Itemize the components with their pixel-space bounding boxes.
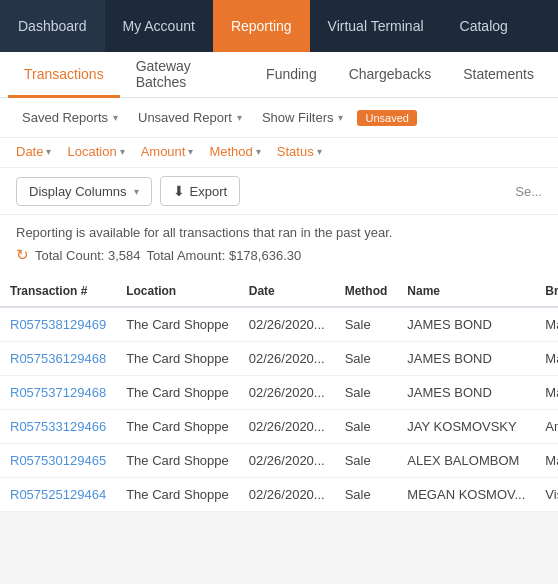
total-count: Total Count: 3,584 (35, 248, 141, 263)
top-nav-item-my-account[interactable]: My Account (105, 0, 213, 52)
date-filter-caret: ▾ (46, 146, 51, 157)
filters-row: Saved Reports ▾ Unsaved Report ▾ Show Fi… (0, 98, 558, 138)
table-row: R057533129466The Card Shoppe02/26/2020..… (0, 410, 558, 444)
top-nav-item-virtual-terminal[interactable]: Virtual Terminal (310, 0, 442, 52)
date-filter-label: Date (16, 144, 43, 159)
brand: Maste (535, 444, 558, 478)
method: Sale (335, 376, 398, 410)
col-location: Location (116, 276, 239, 307)
brand: Maste (535, 307, 558, 342)
table-row: R057536129468The Card Shoppe02/26/2020..… (0, 342, 558, 376)
location: The Card Shoppe (116, 342, 239, 376)
top-nav: DashboardMy AccountReportingVirtual Term… (0, 0, 558, 52)
sub-tabs: TransactionsGateway BatchesFundingCharge… (0, 52, 558, 98)
method-filter-button[interactable]: Method ▾ (209, 144, 260, 159)
saved-reports-caret: ▾ (113, 112, 118, 123)
name: JAMES BOND (397, 307, 535, 342)
info-row: Reporting is available for all transacti… (0, 215, 558, 276)
brand: Ameri (535, 410, 558, 444)
show-filters-label: Show Filters (262, 110, 334, 125)
action-row: Display Columns ▾ ⬇ Export Se... (0, 168, 558, 215)
transaction-id[interactable]: R057525129464 (0, 478, 116, 512)
top-nav-item-catalog[interactable]: Catalog (442, 0, 526, 52)
method: Sale (335, 307, 398, 342)
unsaved-report-button[interactable]: Unsaved Report ▾ (132, 106, 248, 129)
table-row: R057537129468The Card Shoppe02/26/2020..… (0, 376, 558, 410)
method-filter-caret: ▾ (256, 146, 261, 157)
transaction-id[interactable]: R057537129468 (0, 376, 116, 410)
col-brand: Brand (535, 276, 558, 307)
brand: Maste (535, 376, 558, 410)
method: Sale (335, 478, 398, 512)
transaction-table: Transaction # Location Date Method Name … (0, 276, 558, 512)
count-row: ↻ Total Count: 3,584 Total Amount: $178,… (16, 246, 542, 264)
table-header: Transaction # Location Date Method Name … (0, 276, 558, 307)
name: MEGAN KOSMOV... (397, 478, 535, 512)
export-label: Export (190, 184, 228, 199)
col-date: Date (239, 276, 335, 307)
date-filter-button[interactable]: Date ▾ (16, 144, 51, 159)
date: 02/26/2020... (239, 342, 335, 376)
date: 02/26/2020... (239, 307, 335, 342)
display-columns-button[interactable]: Display Columns ▾ (16, 177, 152, 206)
transaction-id[interactable]: R057538129469 (0, 307, 116, 342)
amount-filter-button[interactable]: Amount ▾ (141, 144, 194, 159)
date: 02/26/2020... (239, 478, 335, 512)
col-filters-row: Date ▾ Location ▾ Amount ▾ Method ▾ Stat… (0, 138, 558, 168)
date: 02/26/2020... (239, 376, 335, 410)
location: The Card Shoppe (116, 307, 239, 342)
saved-reports-button[interactable]: Saved Reports ▾ (16, 106, 124, 129)
date: 02/26/2020... (239, 410, 335, 444)
amount-filter-label: Amount (141, 144, 186, 159)
date: 02/26/2020... (239, 444, 335, 478)
show-filters-caret: ▾ (338, 112, 343, 123)
show-filters-button[interactable]: Show Filters ▾ (256, 106, 350, 129)
location: The Card Shoppe (116, 376, 239, 410)
location: The Card Shoppe (116, 444, 239, 478)
col-transaction: Transaction # (0, 276, 116, 307)
amount-filter-caret: ▾ (188, 146, 193, 157)
transaction-table-wrapper: Transaction # Location Date Method Name … (0, 276, 558, 512)
status-filter-caret: ▾ (317, 146, 322, 157)
table-row: R057525129464The Card Shoppe02/26/2020..… (0, 478, 558, 512)
sub-tab-statements[interactable]: Statements (447, 52, 550, 98)
sub-tab-funding[interactable]: Funding (250, 52, 333, 98)
name: JAMES BOND (397, 342, 535, 376)
sub-tab-chargebacks[interactable]: Chargebacks (333, 52, 448, 98)
table-row: R057530129465The Card Shoppe02/26/2020..… (0, 444, 558, 478)
display-columns-caret: ▾ (134, 186, 139, 197)
name: ALEX BALOMBOM (397, 444, 535, 478)
method-filter-label: Method (209, 144, 252, 159)
name: JAY KOSMOVSKY (397, 410, 535, 444)
export-icon: ⬇ (173, 183, 185, 199)
brand: Maste (535, 342, 558, 376)
location-filter-label: Location (67, 144, 116, 159)
display-columns-label: Display Columns (29, 184, 127, 199)
method: Sale (335, 444, 398, 478)
sub-tab-gateway-batches[interactable]: Gateway Batches (120, 52, 250, 98)
brand: Visa (535, 478, 558, 512)
top-nav-item-dashboard[interactable]: Dashboard (0, 0, 105, 52)
unsaved-report-caret: ▾ (237, 112, 242, 123)
location-filter-button[interactable]: Location ▾ (67, 144, 124, 159)
refresh-icon[interactable]: ↻ (16, 246, 29, 264)
sub-tab-transactions[interactable]: Transactions (8, 52, 120, 98)
col-method: Method (335, 276, 398, 307)
status-filter-button[interactable]: Status ▾ (277, 144, 322, 159)
transaction-id[interactable]: R057536129468 (0, 342, 116, 376)
transaction-id[interactable]: R057530129465 (0, 444, 116, 478)
unsaved-report-label: Unsaved Report (138, 110, 232, 125)
method: Sale (335, 342, 398, 376)
transaction-id[interactable]: R057533129466 (0, 410, 116, 444)
saved-reports-label: Saved Reports (22, 110, 108, 125)
location-filter-caret: ▾ (120, 146, 125, 157)
top-nav-item-reporting[interactable]: Reporting (213, 0, 310, 52)
info-text: Reporting is available for all transacti… (16, 225, 542, 240)
method: Sale (335, 410, 398, 444)
status-filter-label: Status (277, 144, 314, 159)
table-row: R057538129469The Card Shoppe02/26/2020..… (0, 307, 558, 342)
name: JAMES BOND (397, 376, 535, 410)
location: The Card Shoppe (116, 410, 239, 444)
search-hint: Se... (515, 184, 542, 199)
export-button[interactable]: ⬇ Export (160, 176, 241, 206)
